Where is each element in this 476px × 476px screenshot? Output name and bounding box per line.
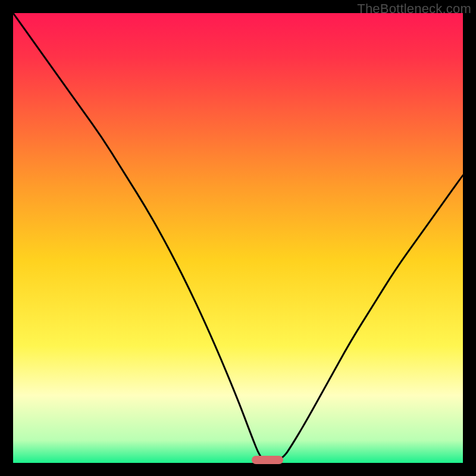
bottleneck-curve — [13, 13, 463, 463]
watermark-text: TheBottleneck.com — [357, 1, 471, 17]
gradient-plot-area — [13, 13, 463, 463]
curve-path — [13, 13, 463, 462]
chart-frame: TheBottleneck.com — [0, 0, 476, 476]
optimal-range-marker — [252, 456, 283, 464]
